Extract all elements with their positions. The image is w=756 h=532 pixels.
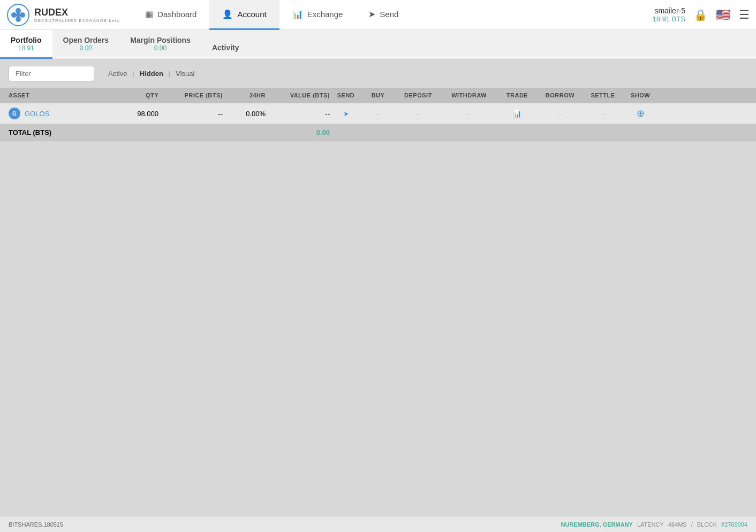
golos-icon: G — [9, 108, 20, 119]
footer: BITSHARES.180515 NUREMBERG, GERMANY LATE… — [0, 516, 756, 532]
filter-options: Active | Hidden | Visual — [105, 69, 198, 79]
col-value: VALUE (BTS) — [266, 92, 330, 98]
golos-value: -- — [266, 110, 330, 118]
nav-item-send[interactable]: ➤ Send — [356, 0, 411, 30]
col-show: SHOW — [624, 92, 656, 98]
golos-show-button[interactable]: ⊕ — [624, 108, 656, 119]
filter-visual[interactable]: Visual — [172, 69, 198, 79]
footer-block-separator: / — [691, 521, 693, 528]
footer-block-value: #2709004 — [721, 521, 747, 528]
filter-active[interactable]: Active — [105, 69, 130, 79]
nav-item-exchange[interactable]: 📊 Exchange — [279, 0, 356, 30]
nav-item-account[interactable]: 👤 Account — [209, 0, 279, 30]
footer-location: NUREMBERG, GERMANY — [561, 521, 632, 528]
tab-activity[interactable]: Activity — [201, 30, 250, 59]
dashboard-icon: ▦ — [145, 9, 153, 19]
golos-send-button[interactable]: ➤ — [330, 110, 362, 118]
nav-item-dashboard[interactable]: ▦ Dashboard — [132, 0, 209, 30]
total-label: TOTAL (BTS) — [9, 128, 105, 136]
table-row: G GOLOS 98.000 -- 0.00% -- ➤ - - - 📊 - -… — [0, 103, 756, 124]
filter-row: Active | Hidden | Visual — [0, 59, 756, 88]
col-price: PRICE (BTS) — [158, 92, 223, 98]
golos-trade-button[interactable]: 📊 — [496, 110, 539, 118]
svg-point-3 — [20, 12, 25, 18]
flag-icon[interactable]: 🇺🇸 — [716, 8, 730, 22]
logo-area[interactable]: RUDEX DECENTRALISED EXCHANGE beta — [6, 3, 119, 27]
logo-text: RUDEX DECENTRALISED EXCHANGE beta — [34, 7, 119, 23]
golos-withdraw-button: - — [442, 110, 496, 118]
footer-latency-value: 464MS — [668, 521, 687, 528]
nav-right-area: smailer-5 18.91 BTS 🔒 🇺🇸 ☰ — [653, 6, 750, 23]
golos-price: -- — [158, 110, 223, 118]
footer-block-label: BLOCK — [697, 521, 717, 528]
svg-point-5 — [16, 13, 20, 17]
user-balance: 18.91 BTS — [653, 15, 685, 23]
lock-icon[interactable]: 🔒 — [694, 9, 707, 21]
send-icon: ➤ — [368, 9, 375, 19]
svg-point-1 — [11, 12, 17, 18]
footer-right: NUREMBERG, GERMANY LATENCY 464MS / BLOCK… — [561, 521, 747, 528]
asset-name-golos[interactable]: GOLOS — [25, 110, 49, 118]
col-24hr: 24HR — [223, 92, 266, 98]
golos-borrow-button: - — [539, 110, 581, 118]
col-deposit: DEPOSIT — [394, 92, 442, 98]
golos-qty: 98.000 — [105, 110, 158, 118]
golos-deposit-button: - — [394, 110, 442, 118]
golos-buy-button: - — [362, 110, 394, 118]
col-send: SEND — [330, 92, 362, 98]
footer-version: BITSHARES.180515 — [9, 521, 63, 528]
sub-tabs: Portfolio 18.91 Open Orders 0.00 Margin … — [0, 30, 756, 59]
asset-cell-golos[interactable]: G GOLOS — [9, 108, 105, 119]
total-value: 0.00 — [266, 128, 330, 136]
svg-point-2 — [16, 8, 21, 13]
golos-settle-button: - — [581, 110, 624, 118]
footer-latency-label: LATENCY — [637, 521, 664, 528]
col-trade: TRADE — [496, 92, 539, 98]
top-navigation: RUDEX DECENTRALISED EXCHANGE beta ▦ Dash… — [0, 0, 756, 30]
account-icon: 👤 — [222, 9, 233, 19]
col-borrow: BORROW — [539, 92, 581, 98]
hamburger-menu-icon[interactable]: ☰ — [739, 8, 750, 22]
rudex-logo — [6, 3, 30, 27]
svg-point-4 — [16, 17, 21, 22]
tab-margin-positions[interactable]: Margin Positions 0.00 — [119, 30, 201, 59]
golos-24hr: 0.00% — [223, 110, 266, 118]
total-row: TOTAL (BTS) 0.00 — [0, 124, 756, 141]
filter-hidden[interactable]: Hidden — [137, 69, 167, 79]
col-buy: BUY — [362, 92, 394, 98]
filter-sep-2: | — [169, 70, 170, 78]
col-asset: ASSET — [9, 92, 105, 98]
col-qty: QTY — [105, 92, 158, 98]
user-name: smailer-5 — [653, 6, 685, 15]
tab-open-orders[interactable]: Open Orders 0.00 — [52, 30, 120, 59]
table-header: ASSET QTY PRICE (BTS) 24HR VALUE (BTS) S… — [0, 88, 756, 103]
tab-portfolio[interactable]: Portfolio 18.91 — [0, 30, 52, 59]
col-withdraw: WITHDRAW — [442, 92, 496, 98]
portfolio-table: ASSET QTY PRICE (BTS) 24HR VALUE (BTS) S… — [0, 88, 756, 141]
filter-sep-1: | — [132, 70, 134, 78]
col-settle: SETTLE — [581, 92, 624, 98]
exchange-icon: 📊 — [292, 9, 303, 19]
user-info: smailer-5 18.91 BTS — [653, 6, 685, 23]
filter-input[interactable] — [9, 66, 94, 81]
